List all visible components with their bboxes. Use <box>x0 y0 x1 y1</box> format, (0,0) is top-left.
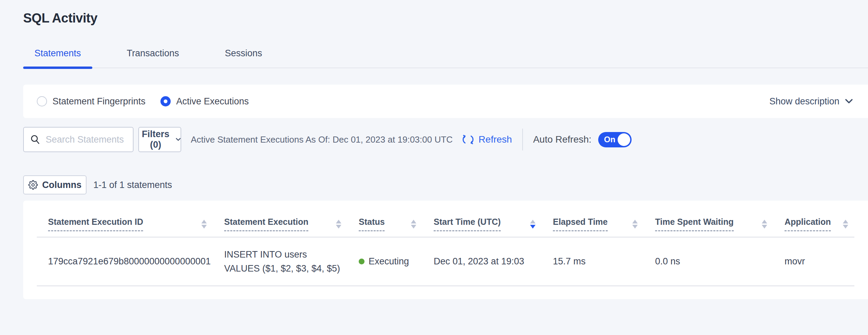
toolbar-divider <box>522 129 523 150</box>
column-header-start-time[interactable]: Start Time (UTC) <box>434 217 542 231</box>
column-header-label: Time Spent Waiting <box>655 217 734 231</box>
filters-button-label: Filters (0) <box>139 129 172 150</box>
sort-icon[interactable] <box>762 220 767 229</box>
refresh-icon <box>462 133 475 146</box>
sort-icon[interactable] <box>530 220 536 229</box>
statements-table-card: Statement Execution ID Statement Executi… <box>23 201 868 299</box>
cell-time-spent-waiting: 0.0 ns <box>644 237 773 286</box>
cell-statement: INSERT INTO users VALUES ($1, $2, $3, $4… <box>213 237 347 286</box>
column-header-statement-execution[interactable]: Statement Execution <box>224 217 347 231</box>
refresh-button-label: Refresh <box>479 134 512 145</box>
sort-icon[interactable] <box>843 220 848 229</box>
page-title: SQL Activity <box>23 11 868 26</box>
columns-button[interactable]: Columns <box>23 175 87 194</box>
sort-icon[interactable] <box>632 220 638 229</box>
chevron-down-icon <box>845 99 853 104</box>
column-header-label: Statement Execution <box>224 217 308 231</box>
column-header-time-spent-waiting[interactable]: Time Spent Waiting <box>655 217 773 231</box>
radio-circle-icon[interactable] <box>37 96 47 106</box>
auto-refresh-toggle[interactable]: On <box>598 132 632 147</box>
gear-icon <box>28 180 38 190</box>
table-row[interactable]: 179cca7921e679b80000000000000001 INSERT … <box>37 237 854 286</box>
toggle-knob <box>618 133 630 146</box>
view-mode-radio-group: Statement Fingerprints Active Executions <box>37 96 249 107</box>
table-header-row: Statement Execution ID Statement Executi… <box>37 201 854 237</box>
tab-transactions[interactable]: Transactions <box>115 48 190 68</box>
results-count: 1-1 of 1 statements <box>93 180 172 190</box>
cell-execution-id: 179cca7921e679b80000000000000001 <box>37 237 213 286</box>
search-icon <box>30 134 40 145</box>
tab-statements[interactable]: Statements <box>23 48 92 68</box>
table-toolbar: Columns 1-1 of 1 statements <box>23 175 868 194</box>
statements-toolbar: Search Statements Filters (0) Active Sta… <box>23 127 868 152</box>
sql-activity-page: SQL Activity Statements Transactions Ses… <box>0 11 868 299</box>
radio-label: Statement Fingerprints <box>52 96 145 107</box>
column-header-label: Statement Execution ID <box>48 217 143 231</box>
auto-refresh-label: Auto Refresh: <box>533 134 591 145</box>
show-description-label: Show description <box>769 96 839 107</box>
column-header-application[interactable]: Application <box>785 217 854 231</box>
filters-button[interactable]: Filters (0) <box>138 127 181 152</box>
search-placeholder: Search Statements <box>46 134 124 145</box>
radio-label: Active Executions <box>176 96 249 107</box>
radio-statement-fingerprints[interactable]: Statement Fingerprints <box>37 96 145 107</box>
column-header-label: Start Time (UTC) <box>434 217 501 231</box>
cell-status: Executing <box>347 237 422 286</box>
tab-bar: Statements Transactions Sessions <box>23 48 868 68</box>
refresh-button[interactable]: Refresh <box>462 133 512 146</box>
cell-application: movr <box>773 237 854 286</box>
radio-active-executions[interactable]: Active Executions <box>160 96 249 107</box>
column-header-elapsed-time[interactable]: Elapsed Time <box>553 217 644 231</box>
status-executing-dot-icon <box>359 259 365 264</box>
search-input[interactable]: Search Statements <box>23 127 134 152</box>
tab-sessions[interactable]: Sessions <box>214 48 274 68</box>
status-badge: Executing <box>369 254 409 268</box>
sort-icon[interactable] <box>201 220 207 229</box>
column-header-statement-execution-id[interactable]: Statement Execution ID <box>48 217 213 231</box>
as-of-timestamp: Active Statement Executions As Of: Dec 0… <box>191 134 453 145</box>
column-header-status[interactable]: Status <box>359 217 422 231</box>
show-description-toggle[interactable]: Show description <box>769 96 853 107</box>
column-header-label: Status <box>359 217 385 231</box>
radio-circle-icon[interactable] <box>160 96 171 106</box>
active-executions-table: Statement Execution ID Statement Executi… <box>37 201 854 286</box>
column-header-label: Application <box>785 217 831 231</box>
auto-refresh-toggle-state: On <box>604 135 615 144</box>
chevron-down-icon <box>176 137 181 142</box>
view-mode-card: Statement Fingerprints Active Executions… <box>23 85 868 118</box>
sort-icon[interactable] <box>336 220 341 229</box>
cell-elapsed-time: 15.7 ms <box>542 237 644 286</box>
sort-icon[interactable] <box>411 220 416 229</box>
column-header-label: Elapsed Time <box>553 217 608 231</box>
cell-start-time: Dec 01, 2023 at 19:03 <box>422 237 542 286</box>
columns-button-label: Columns <box>42 180 82 190</box>
